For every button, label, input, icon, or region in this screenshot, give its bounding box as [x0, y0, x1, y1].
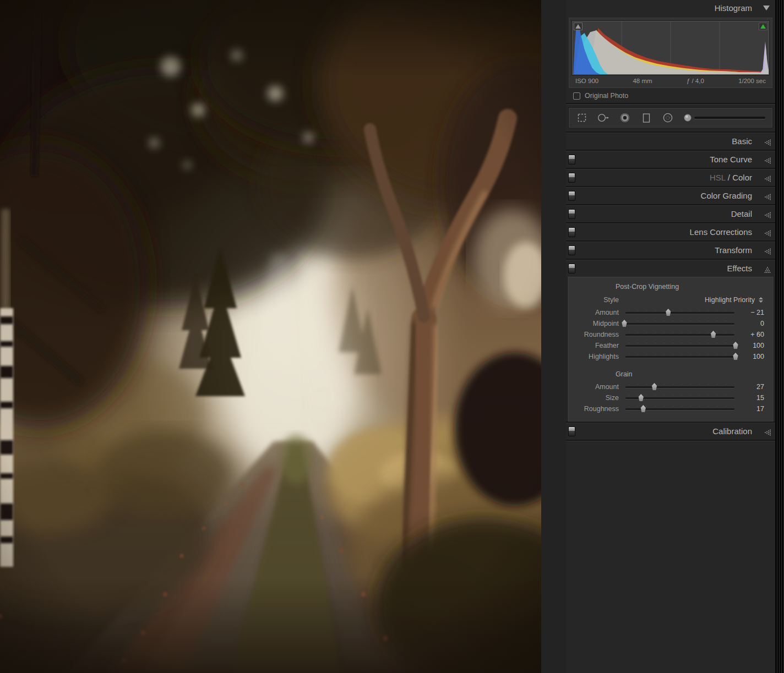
highlight-clipping-indicator[interactable]	[759, 23, 767, 30]
histogram-collapse-icon[interactable]	[763, 6, 770, 10]
transform-enable-toggle[interactable]	[568, 245, 575, 255]
shadow-clipping-indicator[interactable]	[574, 23, 582, 30]
effects-enable-toggle[interactable]	[568, 264, 575, 273]
grain-sliders: Amount27Size15Roughness17	[568, 381, 773, 414]
effects-panel-content: Post-Crop Vignetting Style Highlight Pri…	[568, 277, 774, 422]
panel-header-transform[interactable]: Transform	[566, 242, 775, 259]
color-grading-disclosure-icon[interactable]	[764, 193, 771, 199]
lens-corrections-disclosure-icon[interactable]	[764, 229, 771, 236]
exif-aperture: ƒ / 4,0	[687, 78, 704, 84]
grain-amount-slider[interactable]	[624, 381, 736, 392]
slider-value[interactable]: 17	[736, 405, 773, 413]
exif-info-bar: ISO 900 48 mm ƒ / 4,0 1/200 sec	[572, 75, 769, 86]
exif-focal-length: 48 mm	[633, 78, 652, 84]
histogram-plot	[573, 21, 769, 74]
red-eye-icon[interactable]	[619, 112, 631, 124]
calibration-header-slot: Calibration	[566, 423, 775, 440]
panel-reveal-strip[interactable]	[775, 0, 784, 673]
detail-enable-toggle[interactable]	[568, 209, 575, 219]
slider-value[interactable]: 100	[736, 342, 773, 349]
vignette-amount-slider[interactable]	[624, 307, 736, 318]
slider-value[interactable]: − 21	[736, 309, 773, 316]
grain-roughness-row: Roughness17	[568, 403, 773, 414]
slider-track[interactable]	[625, 356, 734, 358]
exif-iso: ISO 900	[575, 78, 598, 84]
panel-header-effects[interactable]: Effects	[566, 260, 775, 277]
panel-header-color-grading[interactable]: Color Grading	[566, 188, 775, 204]
slider-label: Amount	[568, 383, 624, 391]
brush-handle-slider[interactable]	[694, 117, 765, 119]
lens-corrections-enable-toggle[interactable]	[568, 227, 575, 237]
graduated-filter-icon[interactable]	[640, 112, 652, 124]
transform-label: Transform	[715, 245, 752, 255]
vignette-roundness-row: Roundness+ 60	[568, 329, 773, 340]
vignette-midpoint-slider[interactable]	[624, 318, 736, 329]
transform-disclosure-icon[interactable]	[764, 247, 771, 254]
tone-curve-disclosure-icon[interactable]	[764, 156, 771, 163]
hsl-color-enable-toggle[interactable]	[568, 173, 575, 183]
slider-label: Feather	[568, 342, 624, 349]
tone-curve-label: Tone Curve	[710, 155, 752, 164]
panel-header-calibration[interactable]: Calibration	[566, 423, 775, 440]
hsl-color-label: HSL / Color	[710, 173, 752, 182]
color-grading-label: Color Grading	[701, 191, 752, 200]
lens-corrections-label: Lens Corrections	[690, 227, 752, 237]
adjustment-brush-tool[interactable]	[683, 113, 765, 123]
slider-label: Amount	[568, 309, 624, 316]
vignette-highlights-row: Highlights100	[568, 351, 773, 362]
panel-header-tone-curve[interactable]: Tone Curve	[566, 151, 775, 168]
panel-header-basic[interactable]: Basic	[566, 133, 775, 150]
grain-size-row: Size15	[568, 392, 773, 403]
radial-filter-icon[interactable]	[662, 112, 674, 124]
vignette-roundness-slider[interactable]	[624, 329, 736, 340]
slider-track[interactable]	[625, 345, 734, 347]
workspace-gap	[541, 0, 567, 673]
post-crop-vignetting-sliders: Amount− 21Midpoint0Roundness+ 60Feather1…	[568, 307, 773, 362]
slider-value[interactable]: + 60	[736, 331, 773, 338]
panel-header-histogram[interactable]: Histogram	[566, 0, 775, 17]
style-dropdown-arrows-icon[interactable]	[758, 297, 763, 303]
detail-disclosure-icon[interactable]	[764, 211, 771, 217]
slider-label: Highlights	[568, 353, 624, 360]
spot-removal-icon[interactable]	[597, 112, 609, 124]
grain-title: Grain	[616, 370, 773, 378]
photo-canvas[interactable]	[0, 0, 541, 673]
style-dropdown[interactable]: Highlight Priority	[624, 296, 755, 304]
panel-header-lens-corrections[interactable]: Lens Corrections	[566, 224, 775, 240]
slider-track[interactable]	[625, 334, 734, 336]
detail-label: Detail	[731, 209, 752, 218]
vignette-highlights-slider[interactable]	[624, 351, 736, 362]
slider-track[interactable]	[625, 386, 734, 388]
panel-header-hsl-color[interactable]: HSL / Color	[566, 169, 775, 186]
original-photo-checkbox[interactable]	[573, 92, 580, 100]
slider-value[interactable]: 0	[736, 320, 773, 327]
style-label: Style	[568, 296, 624, 304]
calibration-disclosure-icon[interactable]	[764, 428, 771, 435]
grain-roughness-slider[interactable]	[624, 403, 736, 414]
slider-track[interactable]	[625, 323, 734, 325]
slider-track[interactable]	[625, 312, 734, 314]
tone-curve-enable-toggle[interactable]	[568, 155, 575, 165]
panel-sections: BasicTone CurveHSL / ColorColor GradingD…	[566, 132, 775, 277]
hsl-color-disclosure-icon[interactable]	[764, 174, 771, 181]
basic-disclosure-icon[interactable]	[764, 138, 771, 145]
photo-illustration	[0, 0, 541, 673]
effects-disclosure-icon[interactable]	[764, 265, 771, 272]
calibration-label: Calibration	[712, 426, 752, 436]
vignette-midpoint-row: Midpoint0	[568, 318, 773, 329]
histogram-box: ISO 900 48 mm ƒ / 4,0 1/200 sec	[569, 18, 772, 88]
vignette-feather-row: Feather100	[568, 340, 773, 351]
grain-amount-row: Amount27	[568, 381, 773, 392]
panel-header-detail[interactable]: Detail	[566, 206, 775, 222]
calibration-enable-toggle[interactable]	[568, 426, 575, 436]
vignette-feather-slider[interactable]	[624, 340, 736, 351]
grain-size-slider[interactable]	[624, 392, 736, 403]
vignette-style-row: Style Highlight Priority	[568, 294, 773, 306]
slider-value[interactable]: 27	[736, 383, 773, 391]
histogram-chart[interactable]	[572, 21, 769, 75]
crop-overlay-icon[interactable]	[576, 112, 588, 124]
color-grading-enable-toggle[interactable]	[568, 191, 575, 201]
slider-value[interactable]: 100	[736, 353, 773, 360]
slider-value[interactable]: 15	[736, 394, 773, 402]
tool-strip	[569, 108, 772, 128]
